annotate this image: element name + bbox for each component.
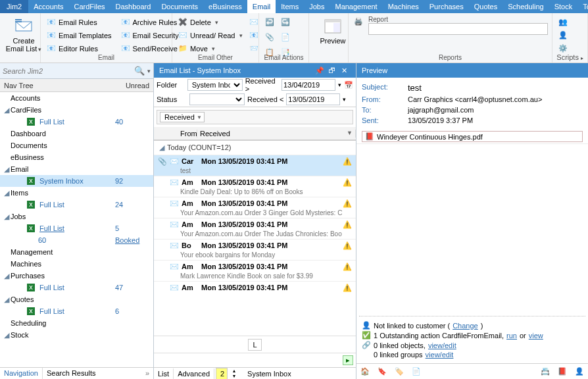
nav-purchases[interactable]: ◢Purchases	[0, 270, 153, 282]
message-row[interactable]: ✉️AmMon 13/05/2019 03:41 PM⚠️Your Amazon…	[154, 218, 356, 239]
report-select[interactable]	[368, 23, 548, 35]
nav-stock[interactable]: ◢Stock	[0, 329, 153, 341]
restore-icon[interactable]: 🗗	[328, 66, 337, 74]
message-row[interactable]: ✉️AmMon 13/05/2019 03:41 PM⚠️Kindle Dail…	[154, 176, 356, 197]
attachment[interactable]: 📕 Windeyer Continuous Hinges.pdf	[362, 131, 583, 142]
send-receive-button[interactable]: 📧Send/Receive	[119, 42, 181, 55]
unread-read-button[interactable]: ✉️Unread/ Read	[176, 29, 245, 41]
menu-dashboard[interactable]: Dashboard	[110, 0, 157, 13]
email-action-d[interactable]: 📄	[279, 31, 292, 43]
person-icon[interactable]: 👤	[574, 366, 585, 378]
action-icon-3[interactable]: 📨	[247, 42, 260, 55]
nav-full-list[interactable]: xFull List5	[0, 222, 153, 234]
change-link[interactable]: Change	[453, 322, 478, 330]
nav-full-list[interactable]: xFull List6	[0, 305, 153, 317]
nav-system-inbox[interactable]: xSystem Inbox92	[0, 175, 153, 187]
menu-cardfiles[interactable]: CardFiles	[68, 0, 110, 13]
folder-select[interactable]: System Inbox	[187, 79, 243, 91]
email-action-b[interactable]: ↪️	[279, 16, 292, 28]
nav-full-list[interactable]: xFull List47	[0, 282, 153, 293]
group-pill-received[interactable]: Received	[160, 112, 205, 122]
email-action-c[interactable]: 📎	[263, 31, 276, 43]
page-spinner[interactable]: ▴▾	[229, 367, 239, 380]
status-select[interactable]	[189, 93, 245, 105]
menu-email[interactable]: Email	[247, 0, 276, 13]
nav-dashboard[interactable]: Dashboard	[0, 128, 153, 139]
action-icon-2[interactable]: 📧	[247, 29, 260, 41]
search-icon[interactable]: 🔍	[134, 66, 145, 76]
move-button[interactable]: 📁Move	[176, 42, 245, 55]
print-icon[interactable]: 🖨️	[353, 16, 364, 27]
pin-icon[interactable]: 📌	[315, 66, 324, 75]
menu-documents[interactable]: Documents	[156, 0, 203, 13]
list-tab-list[interactable]: List	[154, 368, 173, 379]
nav-full-list[interactable]: xFull List24	[0, 199, 153, 211]
nav-jobs[interactable]: ◢Jobs	[0, 211, 153, 222]
nav-management[interactable]: Management	[0, 246, 153, 258]
nav-accounts[interactable]: Accounts	[0, 92, 153, 104]
col-from[interactable]: From	[178, 130, 197, 138]
card-red-icon[interactable]: 📕	[556, 366, 568, 378]
nav-machines[interactable]: Machines	[0, 258, 153, 270]
view-link[interactable]: view	[529, 332, 543, 340]
nav-full-list[interactable]: xFull List40	[0, 116, 153, 128]
message-row[interactable]: ✉️AmMon 13/05/2019 03:41 PM⚠️Your Amazon…	[154, 197, 356, 218]
search-dropdown-icon[interactable]: ▾	[147, 68, 151, 74]
create-email-list-button[interactable]: Create Email List	[4, 16, 43, 53]
tag-blue-icon[interactable]: 🔖	[376, 366, 388, 378]
script-user-icon[interactable]: 👤	[556, 29, 583, 41]
search-input[interactable]	[3, 67, 134, 75]
date-from-input[interactable]	[282, 79, 335, 91]
menu-quotes[interactable]: Quotes	[469, 0, 502, 13]
menu-jobs[interactable]: Jobs	[304, 0, 330, 13]
note-icon[interactable]: 📄	[410, 366, 422, 378]
archive-rules-button[interactable]: 📧Archive Rules	[119, 16, 181, 28]
email-action-a[interactable]: ↩️	[263, 16, 276, 28]
menu-stock[interactable]: Stock	[549, 0, 578, 13]
message-row[interactable]: 📎✉️CarMon 13/05/2019 03:41 PM⚠️test	[154, 155, 356, 176]
editor-rules-button[interactable]: 📧Editor Rules	[45, 42, 114, 55]
run-icon[interactable]: ▸	[343, 355, 353, 365]
viewedit-objects-link[interactable]: view/edit	[428, 341, 456, 349]
menu-management[interactable]: Management	[330, 0, 382, 13]
page-number[interactable]: 2	[216, 368, 228, 380]
nav-quotes[interactable]: ◢Quotes	[0, 293, 153, 305]
nav-scheduling[interactable]: Scheduling	[0, 317, 153, 329]
nav-tab-navigation[interactable]: Navigation	[0, 368, 42, 379]
script-users-icon[interactable]: 👥	[556, 16, 583, 28]
nav-ebusiness[interactable]: eBusiness	[0, 151, 153, 163]
viewedit-groups-link[interactable]: view/edit	[426, 351, 454, 359]
tag-icon[interactable]: 🏷️	[393, 366, 405, 378]
run-link[interactable]: run	[506, 332, 517, 340]
menu-machines[interactable]: Machines	[383, 0, 424, 13]
nav-tab-search-results[interactable]: Search Results	[42, 368, 100, 379]
home-icon[interactable]: 🏠	[359, 366, 371, 378]
email-rules-button[interactable]: 📧Email Rules	[45, 16, 114, 28]
menu-scheduling[interactable]: Scheduling	[502, 0, 549, 13]
message-row[interactable]: ✉️BoMon 13/05/2019 03:41 PM⚠️Your ebook …	[154, 239, 356, 260]
card-blue-icon[interactable]: 📇	[539, 366, 551, 378]
nav-cardfiles[interactable]: ◢CardFiles	[0, 104, 153, 116]
menu-tools[interactable]: Tools	[577, 0, 588, 13]
nav-60[interactable]: 60Booked	[0, 234, 153, 246]
delete-button[interactable]: ✖️Delete	[176, 16, 245, 28]
menu-items[interactable]: Items	[276, 0, 304, 13]
nav-documents[interactable]: Documents	[0, 139, 153, 151]
email-security-button[interactable]: 📧Email Security	[119, 29, 181, 41]
menu-ebusiness[interactable]: eBusiness	[203, 0, 247, 13]
email-templates-button[interactable]: 📧Email Templates	[45, 29, 114, 41]
group-today[interactable]: ◢Today (COUNT=12)	[154, 141, 356, 155]
message-row[interactable]: ✉️AmMon 13/05/2019 03:41 PM⚠️	[154, 281, 356, 295]
message-row[interactable]: ✉️AmMon 13/05/2019 03:41 PM⚠️Mark Lawren…	[154, 260, 356, 281]
nav-expand-icon[interactable]: »	[141, 368, 153, 379]
menu-accounts[interactable]: Accounts	[28, 0, 68, 13]
close-icon[interactable]: ✕	[341, 66, 351, 75]
nav-items[interactable]: ◢Items	[0, 187, 153, 199]
date-to-input[interactable]	[286, 93, 340, 105]
preview-toggle-button[interactable]: Preview	[313, 16, 353, 45]
nav-email[interactable]: ◢Email	[0, 163, 153, 175]
menu-purchases[interactable]: Purchases	[424, 0, 469, 13]
filter-letter[interactable]: L	[248, 339, 261, 351]
list-tab-advanced[interactable]: Advanced	[173, 368, 214, 379]
col-received[interactable]: Received ▼	[197, 130, 356, 138]
